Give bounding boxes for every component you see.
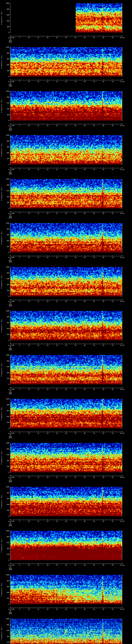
x-tick-label-end: 19:00 (118, 433, 126, 434)
y-tick-label: 400 (4, 636, 9, 637)
x-tick-label-minute: 45 (90, 608, 98, 610)
y-tick-label: 200 (4, 378, 9, 379)
x-tick-label-minute: 40 (80, 257, 89, 258)
x-tick-label-minute: 50 (99, 37, 108, 38)
x-tick-label-minute: 40 (80, 477, 89, 478)
x-tick-label-minute: 45 (90, 564, 98, 566)
x-tick-label-minute: 40 (80, 345, 89, 346)
x-tick-label-minute: 50 (99, 433, 108, 434)
x-tick-label-start: 6:22:00 (7, 608, 16, 610)
x-tick-label-minute: 30 (62, 477, 71, 478)
x-tick-label-minute: 5 (15, 125, 24, 126)
y-tick-label: 800 (4, 272, 9, 274)
x-tick-label-end: 10:00 (118, 37, 126, 38)
y-tick-label: 800 (4, 8, 9, 10)
x-tick-label-minute: 5 (15, 389, 24, 390)
y-tick-label: 1000 (4, 442, 9, 444)
x-tick-label-minute: 40 (80, 169, 89, 170)
y-tick-label: 1000 (4, 530, 9, 532)
spectrogram-panel-9: Frequency (Hz) 020040060080010006:17:005… (0, 352, 132, 396)
x-tick-label-minute: 15 (34, 81, 43, 82)
x-tick-label-minute: 30 (62, 213, 71, 214)
x-tick-label-minute: 40 (80, 389, 89, 390)
x-tick-label-end: 22:00 (118, 564, 126, 566)
x-tick-label-minute: 5 (15, 81, 24, 82)
x-tick-label-minute: 10 (24, 169, 34, 170)
x-tick-label-start: 6:12:00 (7, 169, 16, 170)
x-tick-label-minute: 5 (15, 169, 24, 170)
y-tick-label: 400 (4, 64, 9, 66)
x-tick-label-minute: 50 (99, 520, 108, 522)
y-axis-title-wrap: Frequency (Hz) (0, 443, 2, 472)
x-tick-label-minute: 30 (62, 37, 71, 38)
x-tick-label-minute: 55 (108, 389, 117, 390)
x-tick-label-minute: 25 (52, 37, 61, 38)
y-axis-title: Frequency (Hz) (1, 407, 2, 420)
x-tick-label-start: 6:19:00 (7, 477, 16, 478)
x-tick-label-minute: 55 (108, 169, 117, 170)
y-axis-title-wrap: Frequency (Hz) (0, 179, 2, 208)
x-tick-label-minute: 35 (71, 389, 80, 390)
y-tick-label: 800 (4, 624, 9, 626)
x-tick-label-minute: 30 (62, 301, 71, 302)
x-tick-label-minute: 35 (71, 213, 80, 214)
x-tick-label-end: 15:00 (118, 257, 126, 258)
x-tick-label-minute: 30 (62, 389, 71, 390)
y-tick-label: 400 (4, 108, 9, 110)
y-axis-title: Frequency (Hz) (1, 626, 2, 640)
x-tick-label-minute: 35 (71, 433, 80, 434)
y-tick-label: 600 (4, 630, 9, 631)
date-line: 2016 (6, 437, 15, 438)
x-tick-label-minute: 15 (34, 169, 43, 170)
x-tick-label-minute: 45 (90, 169, 98, 170)
x-tick-label-end: 20:00 (118, 477, 126, 478)
spectrogram-panel-10: Frequency (Hz) 020040060080010006:18:005… (0, 396, 132, 440)
y-tick-label: 1000 (4, 222, 9, 224)
spectrogram-panel-14: Frequency (Hz) 020040060080010006:22:005… (0, 572, 132, 616)
spectrogram-panel-13: Frequency (Hz) 020040060080010006:21:005… (0, 528, 132, 572)
x-tick-label-minute: 55 (108, 213, 117, 214)
x-tick-label-end: 23:00 (118, 608, 126, 610)
y-tick-label: 600 (4, 410, 9, 412)
y-tick-label: 0 (4, 516, 9, 517)
y-tick-label: 200 (4, 554, 9, 555)
date-line: 2016 (6, 261, 15, 262)
y-tick-label: 400 (4, 416, 9, 417)
spectrogram-panel-12: Frequency (Hz) 020040060080010006:20:005… (0, 484, 132, 528)
x-tick-label-minute: 45 (90, 81, 98, 82)
date-line: 2016 (6, 569, 15, 570)
x-tick-label-minute: 35 (71, 301, 80, 302)
x-tick-label-minute: 15 (34, 608, 43, 610)
x-tick-label-minute: 25 (52, 125, 61, 126)
x-tick-label-minute: 45 (90, 433, 98, 434)
date-line: 2016 (6, 85, 15, 87)
x-tick-label-minute: 10 (24, 389, 34, 390)
x-tick-label-start: 6:10:00 (7, 81, 16, 82)
x-tick-label-minute: 50 (99, 301, 108, 302)
y-axis-title-wrap: Frequency (Hz) (0, 355, 2, 384)
spectrogram-panel-15: Frequency (Hz) 020040060080010006:23:005… (0, 616, 132, 644)
x-tick-label-minute: 15 (34, 520, 43, 522)
x-tick-label-minute: 55 (108, 125, 117, 126)
spectrogram-panel-4: Frequency (Hz) 020040060080010006:12:005… (0, 132, 132, 176)
x-tick-label-minute: 25 (52, 564, 61, 566)
y-axis-title: Frequency (Hz) (1, 11, 2, 25)
x-tick-label-minute: 35 (71, 477, 80, 478)
x-tick-label-minute: 40 (80, 213, 89, 214)
y-axis-title-wrap: Frequency (Hz) (0, 267, 2, 296)
x-tick-label-end: 16:00 (118, 301, 126, 302)
date-line: 2016 (6, 393, 15, 394)
y-tick-label: 0 (4, 384, 9, 385)
x-tick-label-minute: 35 (71, 520, 80, 522)
x-tick-label-minute: 55 (108, 564, 117, 566)
date-line: 2016 (6, 481, 15, 482)
y-tick-label: 0 (4, 120, 9, 121)
y-axis-title: Frequency (Hz) (1, 583, 2, 596)
y-axis-title: Frequency (Hz) (1, 275, 2, 289)
y-tick-label: 600 (4, 542, 9, 543)
y-axis-title-wrap: Frequency (Hz) (0, 575, 2, 604)
x-tick-label-minute: 20 (43, 608, 52, 610)
y-tick-label: 1000 (4, 178, 9, 180)
y-tick-label: 200 (4, 114, 9, 116)
x-tick-label-end: 14:00 (118, 213, 126, 214)
